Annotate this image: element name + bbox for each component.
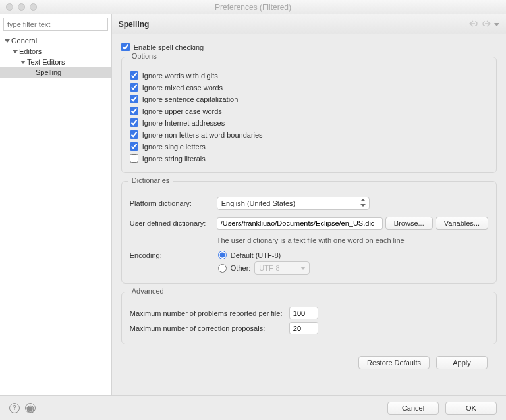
minimize-window-icon[interactable] <box>18 3 25 11</box>
close-window-icon[interactable] <box>6 3 13 11</box>
sidebar: General Editors Text Editors Spelling <box>0 14 112 395</box>
dictionaries-legend: Dictionaries <box>128 176 173 184</box>
enable-spell-checking-label: Enable spell checking <box>134 43 204 51</box>
option-row: Ignore mixed case words <box>130 83 488 92</box>
option-row: Ignore upper case words <box>130 107 488 115</box>
option-label: Ignore non-letters at word boundaries <box>142 131 263 139</box>
page-title: Spelling <box>119 20 150 29</box>
encoding-other-radio[interactable] <box>218 264 227 273</box>
nav-tree: General Editors Text Editors Spelling <box>0 34 111 395</box>
content-header: Spelling <box>112 14 506 34</box>
option-label: Ignore words with digits <box>142 72 218 80</box>
option-checkbox[interactable] <box>130 154 138 163</box>
advanced-group: Advanced Maximum number of problems repo… <box>121 292 497 344</box>
restore-defaults-button[interactable]: Restore Defaults <box>358 356 430 369</box>
max-problems-label: Maximum number of problems reported per … <box>130 309 284 317</box>
option-label: Ignore string literals <box>142 155 206 163</box>
tree-item-editors[interactable]: Editors <box>0 46 111 57</box>
svg-marker-6 <box>300 267 306 270</box>
option-row: Ignore sentence capitalization <box>130 95 488 103</box>
option-label: Ignore Internet addresses <box>142 119 225 127</box>
encoding-other-label: Other: <box>231 264 251 272</box>
encoding-label: Encoding: <box>130 251 214 259</box>
platform-dictionary-value: English (United States) <box>221 199 296 207</box>
option-checkbox[interactable] <box>130 95 138 103</box>
encoding-other-select[interactable]: UTF-8 <box>254 261 310 275</box>
svg-marker-1 <box>13 50 18 53</box>
tree-item-general[interactable]: General <box>0 36 111 46</box>
tree-item-text-editors[interactable]: Text Editors <box>0 57 111 67</box>
tree-item-spelling[interactable]: Spelling <box>0 67 111 78</box>
option-checkbox[interactable] <box>130 118 138 127</box>
option-label: Ignore sentence capitalization <box>142 95 239 103</box>
user-dictionary-input[interactable] <box>217 217 383 230</box>
tree-label: General <box>11 37 37 45</box>
svg-marker-2 <box>20 61 26 64</box>
max-proposals-input[interactable] <box>289 322 318 334</box>
titlebar: Preferences (Filtered) <box>0 0 506 14</box>
option-label: Ignore single letters <box>142 143 206 151</box>
enable-spell-checking-checkbox[interactable] <box>121 43 130 51</box>
content-pane: Spelling Enable spell checking Options I… <box>112 14 506 395</box>
chevron-down-icon <box>300 264 306 272</box>
svg-marker-0 <box>5 39 10 43</box>
option-row: Ignore Internet addresses <box>130 118 488 127</box>
filter-input[interactable] <box>3 18 108 31</box>
cancel-button[interactable]: Cancel <box>387 402 439 415</box>
option-row: Ignore single letters <box>130 142 488 151</box>
variables-button[interactable]: Variables... <box>436 217 488 230</box>
disclosure-down-icon <box>20 59 26 65</box>
encoding-default-radio[interactable] <box>218 251 227 259</box>
browse-button[interactable]: Browse... <box>385 217 433 230</box>
option-row: Ignore string literals <box>130 154 488 163</box>
updown-icon <box>360 199 366 208</box>
option-checkbox[interactable] <box>130 142 138 151</box>
option-row: Ignore words with digits <box>130 71 488 80</box>
svg-marker-3 <box>494 23 499 26</box>
platform-dictionary-label: Platform dictionary: <box>130 199 214 207</box>
option-checkbox[interactable] <box>130 130 138 139</box>
back-icon[interactable] <box>469 20 478 28</box>
option-label: Ignore upper case words <box>142 107 222 115</box>
menu-dropdown-icon[interactable] <box>494 20 499 28</box>
advanced-legend: Advanced <box>128 287 167 295</box>
forward-icon[interactable] <box>482 20 491 28</box>
window-controls <box>0 3 37 11</box>
encoding-default-label: Default (UTF-8) <box>231 251 281 259</box>
options-legend: Options <box>128 52 160 60</box>
ok-button[interactable]: OK <box>445 402 497 415</box>
disclosure-down-icon <box>4 38 10 44</box>
tree-label: Spelling <box>36 68 61 76</box>
disclosure-down-icon <box>12 49 18 55</box>
encoding-other-value: UTF-8 <box>259 264 279 272</box>
platform-dictionary-select[interactable]: English (United States) <box>217 197 370 210</box>
svg-marker-4 <box>360 199 366 201</box>
tree-label: Text Editors <box>27 58 65 66</box>
help-icon[interactable]: ? <box>9 403 20 413</box>
svg-marker-5 <box>360 204 366 207</box>
user-dictionary-label: User defined dictionary: <box>130 219 214 227</box>
max-proposals-label: Maximum number of correction proposals: <box>130 325 284 332</box>
option-checkbox[interactable] <box>130 107 138 115</box>
enable-spell-checking-row: Enable spell checking <box>121 43 497 51</box>
option-label: Ignore mixed case words <box>142 84 223 92</box>
progress-icon[interactable]: ◉ <box>25 403 36 413</box>
zoom-window-icon[interactable] <box>30 3 37 11</box>
apply-button[interactable]: Apply <box>436 356 488 369</box>
options-group: Options Ignore words with digitsIgnore m… <box>121 57 497 173</box>
option-checkbox[interactable] <box>130 83 138 92</box>
dictionaries-group: Dictionaries Platform dictionary: Englis… <box>121 181 497 284</box>
option-row: Ignore non-letters at word boundaries <box>130 130 488 139</box>
tree-label: Editors <box>19 47 42 55</box>
window-title: Preferences (Filtered) <box>0 3 506 12</box>
option-checkbox[interactable] <box>130 71 138 80</box>
dialog-footer: ? ◉ Cancel OK <box>0 395 506 420</box>
max-problems-input[interactable] <box>289 307 318 319</box>
user-dictionary-hint: The user dictionary is a text file with … <box>217 236 488 244</box>
